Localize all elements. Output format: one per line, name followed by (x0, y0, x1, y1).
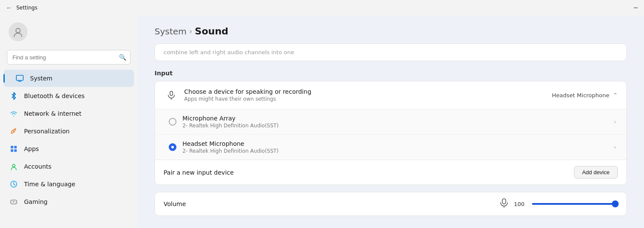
svg-point-7 (12, 164, 15, 167)
pair-row: Pair a new input device Add device (155, 160, 626, 185)
device-option-headset-microphone[interactable]: Headset Microphone 2- Realtek High Defin… (155, 135, 626, 160)
volume-number: 100 (514, 201, 526, 207)
device-option-content-1: Headset Microphone 2- Realtek High Defin… (182, 140, 614, 154)
app-title: Settings (16, 5, 37, 11)
pair-label: Pair a new input device (164, 169, 234, 176)
svg-point-2 (13, 131, 15, 132)
add-device-button[interactable]: Add device (574, 166, 618, 179)
section-input-label: Input (155, 70, 627, 77)
sidebar-item-system[interactable]: System (3, 70, 134, 87)
svg-point-0 (16, 28, 20, 33)
search-container: 🔍 (7, 50, 131, 65)
app-body: 🔍 System (0, 15, 644, 228)
device-options-list: Microphone Array 2- Realtek High Definit… (155, 109, 626, 160)
device-option-microphone-array[interactable]: Microphone Array 2- Realtek High Definit… (155, 109, 626, 135)
radio-headset-microphone[interactable] (169, 143, 176, 151)
device-option-title-1: Headset Microphone (182, 140, 614, 147)
svg-rect-11 (170, 91, 173, 96)
sidebar-item-time[interactable]: Time & language (3, 176, 134, 193)
minimize-button[interactable]: − (633, 4, 638, 12)
sidebar-item-network[interactable]: Network & internet (3, 105, 134, 122)
search-input[interactable] (7, 50, 131, 65)
chevron-right-icon-0: › (614, 118, 616, 125)
device-option-sub-1: 2- Realtek High Definition Audio(SST) (182, 148, 614, 154)
page-title: Sound (195, 26, 228, 37)
avatar (9, 22, 27, 41)
sidebar-nav: System Bluetooth & devices (0, 70, 137, 210)
sidebar-item-accounts[interactable]: Accounts (3, 158, 134, 175)
choose-device-row[interactable]: Choose a device for speaking or recordin… (155, 81, 626, 109)
device-option-content-0: Microphone Array 2- Realtek High Definit… (182, 115, 614, 129)
time-icon (9, 180, 18, 188)
network-icon (9, 109, 18, 118)
sidebar-item-label-time: Time & language (24, 181, 75, 188)
content-header: System › Sound (137, 15, 644, 43)
apps-icon (9, 145, 18, 153)
input-card: Choose a device for speaking or recordin… (155, 81, 627, 185)
current-device-value: Headset Microphone (552, 92, 610, 99)
sidebar-item-label-personalization: Personalization (24, 128, 70, 135)
device-option-sub-0: 2- Realtek High Definition Audio(SST) (182, 123, 614, 129)
sidebar-item-label-bluetooth: Bluetooth & devices (24, 92, 85, 99)
sidebar-item-label-system: System (30, 75, 52, 82)
volume-slider-container (532, 203, 618, 205)
svg-rect-1 (16, 75, 23, 80)
main-content: System › Sound combine left and right au… (137, 15, 644, 228)
sidebar-item-apps[interactable]: Apps (3, 140, 134, 157)
svg-rect-4 (14, 146, 17, 148)
choose-device-right: Headset Microphone ⌃ (552, 92, 618, 99)
svg-rect-3 (11, 146, 13, 148)
sidebar-item-personalization[interactable]: Personalization (3, 123, 134, 140)
sidebar-user (0, 15, 137, 50)
breadcrumb-separator: › (189, 27, 192, 36)
back-button[interactable]: ← (6, 4, 12, 11)
choose-device-subtitle: Apps might have their own settings (184, 96, 552, 102)
sidebar-item-label-gaming: Gaming (24, 198, 48, 205)
sidebar-item-label-accounts: Accounts (24, 163, 52, 170)
breadcrumb-parent[interactable]: System (155, 26, 187, 37)
sidebar-item-gaming[interactable]: Gaming (3, 193, 134, 210)
top-partial-card: combine left and right audio channels in… (155, 43, 627, 61)
title-bar: ← Settings − (0, 0, 644, 15)
system-icon (15, 74, 24, 83)
svg-point-10 (15, 202, 15, 203)
chevron-up-icon: ⌃ (613, 92, 618, 99)
sidebar: 🔍 System (0, 15, 137, 228)
title-bar-left: ← Settings (6, 4, 37, 11)
active-indicator (3, 74, 5, 83)
accounts-icon (9, 162, 18, 171)
svg-rect-5 (11, 149, 13, 152)
microphone-icon (164, 87, 179, 103)
sidebar-item-label-network: Network & internet (24, 110, 82, 117)
volume-mic-icon (500, 198, 508, 210)
sidebar-item-label-apps: Apps (24, 145, 39, 152)
svg-rect-6 (14, 149, 17, 152)
gaming-icon (9, 197, 18, 206)
personalization-icon (9, 127, 18, 136)
sidebar-item-bluetooth[interactable]: Bluetooth & devices (3, 87, 134, 105)
volume-label: Volume (164, 200, 494, 207)
volume-slider[interactable] (532, 203, 618, 205)
bluetooth-icon (9, 92, 18, 100)
content-body: combine left and right audio channels in… (137, 43, 644, 228)
breadcrumb: System › Sound (155, 26, 627, 37)
choose-device-content: Choose a device for speaking or recordin… (184, 88, 552, 102)
radio-microphone-array[interactable] (169, 118, 176, 126)
choose-device-title: Choose a device for speaking or recordin… (184, 88, 552, 95)
volume-slider-thumb[interactable] (612, 200, 619, 207)
volume-card: Volume 100 (155, 192, 627, 216)
svg-rect-12 (502, 199, 506, 204)
top-partial-text: combine left and right audio channels in… (164, 49, 294, 55)
chevron-right-icon-1: › (614, 144, 616, 151)
radio-inner (171, 146, 174, 148)
device-option-title-0: Microphone Array (182, 115, 614, 122)
